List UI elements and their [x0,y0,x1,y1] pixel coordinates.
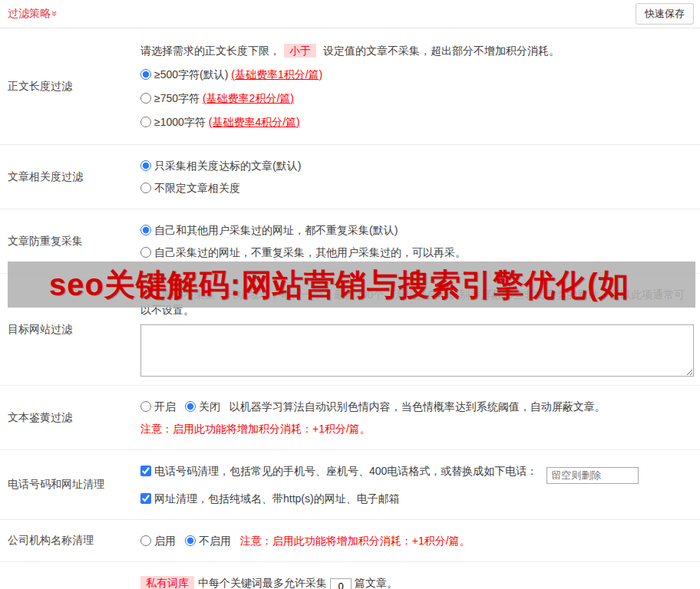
row-label: 公司机构名称清理 [0,520,134,561]
row-relevance-filter: 文章相关度过滤 只采集相关度达标的文章(默认) 不限定文章相关度 [0,145,700,209]
option-label: 不启用 [199,535,231,547]
top-bar: 过滤策略» 快速保存 [0,0,700,28]
row-content: 私有词库中每个关键词最多允许采集篇文章。 如果留空或设为0，则不限篇数。 如果设… [134,562,700,589]
row-content: 请选择需求的正文长度下限，小于 设定值的文章不采集，超出部分不增加积分消耗。 ≥… [134,28,700,144]
watermark-text: seo关键解码:网站营销与搜索引擎优化(如 [49,264,630,306]
length-option-1000-radio[interactable] [140,117,151,127]
url-cleanup-checkbox[interactable] [140,493,151,504]
dedup-option-global[interactable]: 自己和其他用户采集过的网址，都不重复采集(默认) [140,224,398,236]
length-option-750-radio[interactable] [140,93,151,104]
porn-filter-cost-note: 注意：启用此功能将增加积分消耗：+1积分/篇。 [140,421,694,436]
relevance-option-2-row: 不限定文章相关度 [140,180,694,196]
phone-cleanup-row: 电话号码清理，包括常见的手机号、座机号、400电话格式，或替换成如下电话： [140,463,694,484]
keyword-limit-text-end: 篇文章。 [355,577,398,589]
dedup-option-self-only[interactable]: 自己采集过的网址，不重复采集，其他用户采集过的，可以再采。 [140,246,466,258]
phone-cleanup-checkbox[interactable] [140,466,151,476]
keyword-limit-text: 中每个关键词最多允许采集 [198,577,327,589]
porn-filter-off-radio[interactable] [185,401,196,412]
option-label: ≥750字符 [154,92,203,104]
dedup-option-global-radio[interactable] [140,225,151,235]
row-label: 文本鉴黄过滤 [0,386,134,449]
blocked-sites-textarea[interactable] [140,324,694,377]
option-label: 启用 [154,535,176,547]
row-label: 电话号码和网址清理 [0,450,134,519]
company-cleanup-off-option[interactable]: 不启用 [185,535,234,547]
row-length-filter: 正文长度过滤 请选择需求的正文长度下限，小于 设定值的文章不采集，超出部分不增加… [0,28,700,145]
option-label: ≥500字符(默认) [154,68,231,81]
url-cleanup-option[interactable]: 网址清理，包括纯域名、带http(s)的网址、电子邮箱 [140,492,400,505]
watermark-overlay: seo关键解码:网站营销与搜索引擎优化(如 [8,262,695,308]
option-label: 自己采集过的网址，不重复采集，其他用户采集过的，可以再采。 [154,246,466,258]
option-label: 关闭 [199,400,220,413]
row-content: 只采集相关度达标的文章(默认) 不限定文章相关度 [134,145,700,209]
company-cleanup-cost-note: 注意：启用此功能将增加积分消耗：+1积分/篇。 [240,535,471,547]
row-label: 关键词防重复采集 [0,562,134,589]
option-label: 电话号码清理，包括常见的手机号、座机号、400电话格式，或替换成如下电话： [154,465,537,477]
keyword-limit-row: 私有词库中每个关键词最多允许采集篇文章。 [140,575,694,589]
row-company-name-cleanup: 公司机构名称清理 启用 不启用 注意：启用此功能将增加积分消耗：+1积分/篇。 [0,520,700,562]
row-label: 正文长度过滤 [0,28,134,144]
relevance-option-1-row: 只采集相关度达标的文章(默认) [140,158,694,173]
option-fee-note: (基础费率2积分/篇) [203,92,294,104]
option-fee-note: (基础费率1积分/篇) [231,68,322,81]
row-porn-filter: 文本鉴黄过滤 开启 关闭 以机器学习算法自动识别色情内容，当色情概率达到系统阈值… [0,386,700,450]
length-option-1000[interactable]: ≥1000字符 (基础费率4积分/篇) [140,116,300,128]
replacement-phone-input[interactable] [546,467,639,484]
length-option-1000-row: ≥1000字符 (基础费率4积分/篇) [140,114,694,130]
row-label: 文章相关度过滤 [0,145,134,209]
porn-filter-on-option[interactable]: 开启 [140,400,179,413]
porn-filter-desc: 以机器学习算法自动识别色情内容，当色情概率达到系统阈值，自动屏蔽文章。 [229,400,606,413]
length-option-500-radio[interactable] [140,69,151,80]
private-lexicon-badge: 私有词库 [140,576,194,589]
length-filter-intro: 请选择需求的正文长度下限，小于 设定值的文章不采集，超出部分不增加积分消耗。 [140,43,694,58]
option-label: 不限定文章相关度 [154,182,240,194]
row-keyword-dedup: 关键词防重复采集 私有词库中每个关键词最多允许采集篇文章。 如果留空或设为0，则… [0,562,700,589]
filter-strategy-page: 过滤策略» 快速保存 正文长度过滤 请选择需求的正文长度下限，小于 设定值的文章… [0,0,700,589]
row-content: 启用 不启用 注意：启用此功能将增加积分消耗：+1积分/篇。 [134,520,700,561]
length-option-500-row: ≥500字符(默认) (基础费率1积分/篇) [140,67,694,82]
length-option-500[interactable]: ≥500字符(默认) (基础费率1积分/篇) [140,68,322,81]
relevance-option-strict-radio[interactable] [140,160,151,171]
row-content: 开启 关闭 以机器学习算法自动识别色情内容，当色情概率达到系统阈值，自动屏蔽文章… [134,386,700,449]
chevron-down-icon: » [49,11,61,16]
keyword-limit-input[interactable] [330,578,352,589]
phone-cleanup-option[interactable]: 电话号码清理，包括常见的手机号、座机号、400电话格式，或替换成如下电话： [140,465,540,477]
length-option-750-row: ≥750字符 (基础费率2积分/篇) [140,90,694,106]
company-cleanup-options-row: 启用 不启用 注意：启用此功能将增加积分消耗：+1积分/篇。 [140,533,694,548]
quick-save-button[interactable]: 快速保存 [636,3,694,25]
dedup-option-self-only-radio[interactable] [140,247,151,258]
option-label: 只采集相关度达标的文章(默认) [154,160,301,172]
dedup-option-1-row: 自己和其他用户采集过的网址，都不重复采集(默认) [140,222,694,238]
option-label: 开启 [154,400,176,413]
dedup-option-2-row: 自己采集过的网址，不重复采集，其他用户采集过的，可以再采。 [140,245,694,260]
company-cleanup-off-radio[interactable] [185,535,196,546]
page-title[interactable]: 过滤策略» [8,7,58,21]
less-than-badge: 小于 [284,44,316,58]
option-fee-note: (基础费率4积分/篇) [209,116,300,128]
intro-text-before: 请选择需求的正文长度下限， [140,44,280,57]
relevance-option-any-radio[interactable] [140,183,151,193]
relevance-option-any[interactable]: 不限定文章相关度 [140,182,240,194]
porn-filter-off-option[interactable]: 关闭 [185,400,223,413]
page-title-text: 过滤策略 [8,7,51,19]
url-cleanup-row: 网址清理，包括纯域名、带http(s)的网址、电子邮箱 [140,491,694,506]
porn-filter-on-radio[interactable] [140,401,151,412]
porn-filter-options-row: 开启 关闭 以机器学习算法自动识别色情内容，当色情概率达到系统阈值，自动屏蔽文章… [140,399,694,414]
row-phone-url-cleanup: 电话号码和网址清理 电话号码清理，包括常见的手机号、座机号、400电话格式，或替… [0,450,700,520]
option-label: 自己和其他用户采集过的网址，都不重复采集(默认) [154,224,398,236]
row-content: 电话号码清理，包括常见的手机号、座机号、400电话格式，或替换成如下电话： 网址… [134,450,700,519]
option-label: 网址清理，包括纯域名、带http(s)的网址、电子邮箱 [154,492,400,505]
option-label: ≥1000字符 [154,116,209,128]
intro-text-after: 设定值的文章不采集，超出部分不增加积分消耗。 [320,44,560,57]
length-option-750[interactable]: ≥750字符 (基础费率2积分/篇) [140,92,294,104]
company-cleanup-on-radio[interactable] [140,535,151,546]
relevance-option-strict[interactable]: 只采集相关度达标的文章(默认) [140,160,301,172]
company-cleanup-on-option[interactable]: 启用 [140,535,179,547]
